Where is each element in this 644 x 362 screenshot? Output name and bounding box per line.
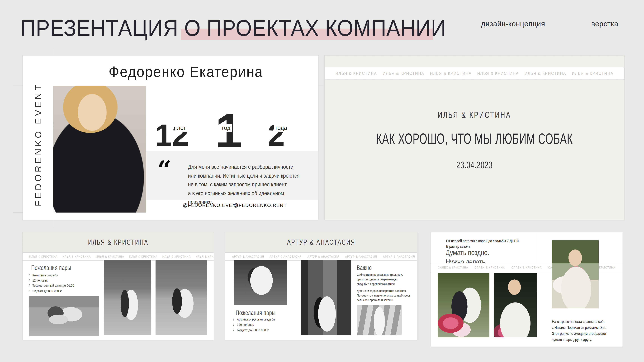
strip-name: АРТУР & АНАСТАСИЯ bbox=[232, 255, 264, 258]
slide-artur-title: АРТУР & АНАСТАСИЯ bbox=[287, 231, 356, 254]
artur-name-strip: АРТУР & АНАСТАСИЯАРТУР & АНАСТАСИЯАРТУР … bbox=[225, 252, 417, 261]
stat-unit-years-floristics: лет bbox=[175, 124, 188, 132]
wishes-list: / Камерная свадьба / 12 человек / Торжес… bbox=[29, 274, 80, 293]
strip-name: ИЛЬЯ & КРИСТИНА bbox=[383, 71, 424, 76]
wish-text: 120 человек bbox=[237, 323, 254, 327]
strip-name: САЛЕХ & КРИСТИНА bbox=[475, 266, 505, 269]
bride-river-photo bbox=[552, 240, 599, 309]
strip-name: ИЛЬЯ & КРИСТИНА bbox=[62, 255, 91, 258]
page-title: ПРЕЗЕНТАЦИЯ О ПРОЕКТАХ КОМПАНИИ bbox=[20, 16, 446, 40]
wishes-title: Пожелания пары bbox=[31, 264, 71, 271]
couple-name: ИЛЬЯ & КРИСТИНА bbox=[324, 110, 624, 119]
list-item: / Камерная свадьба bbox=[29, 274, 74, 277]
slash-bullet: / bbox=[29, 284, 30, 288]
slide-ilya-card: ИЛЬЯ & КРИСТИНА ИЛЬЯ & КРИСТИНАИЛЬЯ & КР… bbox=[22, 232, 214, 340]
wedding-date: 23.04.2023 bbox=[324, 160, 624, 170]
strip-name: САЛЕХ & КРИСТИНА bbox=[511, 266, 542, 269]
person-name: Федоренко Екатерина bbox=[53, 63, 318, 80]
couple-name-strip: ИЛЬЯ & КРИСТИНАИЛЬЯ & КРИСТИНАИЛЬЯ & КРИ… bbox=[324, 67, 624, 80]
strip-name: ИЛЬЯ & КРИСТИНА bbox=[96, 255, 124, 258]
strip-name: АРТУР & АНАСТАСИЯ bbox=[383, 255, 415, 258]
strip-name: ИЛЬЯ & КРИСТИНА bbox=[29, 255, 58, 258]
slash-bullet: / bbox=[29, 274, 30, 277]
slide-ilya-title: ИЛЬЯ & КРИСТИНА bbox=[88, 231, 148, 254]
strip-name: САЛЕХ & КРИСТИНА bbox=[438, 266, 468, 269]
list-item: / 120 человек bbox=[233, 323, 275, 327]
stat-unit-year-organization: год bbox=[220, 124, 232, 132]
important-text-2: Для Сочи задача невероятно сложная. Пото… bbox=[357, 289, 410, 303]
skateboard-photo bbox=[29, 296, 99, 337]
slide-artur-card: АРТУР & АНАСТАСИЯ АРТУР & АНАСТАСИЯАРТУР… bbox=[225, 232, 417, 340]
slide-profile-card: FEDORENKO EVENT Федоренко Екатерина 12 л… bbox=[22, 55, 318, 220]
slide-ilya-header: ИЛЬЯ & КРИСТИНА bbox=[23, 232, 214, 252]
instagram-handle-event[interactable]: @FEDORENKO.EVENT bbox=[183, 203, 239, 208]
slash-bullet: / bbox=[233, 318, 234, 321]
slide-saleh-card: От первой встречи с парой до свадьбы 7 Д… bbox=[430, 232, 623, 347]
list-item: / Бюджет до 800 000 ₽ bbox=[29, 289, 74, 293]
nav-design-concept[interactable]: дизайн-концепция bbox=[481, 20, 545, 28]
ilya-name-strip: ИЛЬЯ & КРИСТИНАИЛЬЯ & КРИСТИНАИЛЬЯ & КРИ… bbox=[23, 252, 214, 261]
important-text-1: Соблюсти национальные традиции, при этом… bbox=[357, 273, 403, 286]
wish-text: Бюджет до 3 000 000 ₽ bbox=[237, 328, 268, 332]
slash-bullet: / bbox=[233, 323, 234, 327]
portrait-photo bbox=[53, 86, 146, 213]
strip-name: ИЛЬЯ & КРИСТИНА bbox=[572, 71, 614, 76]
divider-vertical bbox=[537, 232, 537, 263]
couple-name-text: ИЛЬЯ & КРИСТИНА bbox=[438, 110, 511, 120]
stat-unit-years-furniture: года bbox=[274, 124, 289, 132]
note-text: На встрече невеста сравнила себя с Натал… bbox=[552, 319, 606, 343]
couple-flowers-photo bbox=[438, 273, 490, 337]
strip-name: ИЛЬЯ & КРИСТИНА bbox=[524, 71, 566, 76]
strip-name: ИЛЬЯ & КРИСТИНА bbox=[336, 71, 377, 76]
wishes-list: / Армянско- русская свадьба / 120 челове… bbox=[233, 318, 280, 332]
crosswalk-photo bbox=[357, 305, 402, 335]
slide-cover-card: ИЛЬЯ & КРИСТИНАИЛЬЯ & КРИСТИНАИЛЬЯ & КРИ… bbox=[324, 55, 624, 220]
list-item: / Бюджет до 3 000 000 ₽ bbox=[233, 328, 275, 332]
strip-name: ИЛЬЯ & КРИСТИНА bbox=[430, 71, 472, 76]
strip-name: АРТУР & АНАСТАСИЯ bbox=[345, 255, 377, 258]
wish-text: Камерная свадьба bbox=[32, 274, 58, 277]
list-item: / Торжественный ужин до 20:00 bbox=[29, 284, 74, 288]
list-item: / Армянско- русская свадьба bbox=[233, 318, 275, 321]
wish-text: Торжественный ужин до 20:00 bbox=[32, 284, 74, 288]
strip-name: ИЛЬЯ & КРИСТИНА bbox=[162, 255, 191, 258]
wish-text: Бюджет до 800 000 ₽ bbox=[32, 289, 62, 293]
slash-bullet: / bbox=[29, 279, 30, 282]
instagram-handle-rent[interactable]: @FEDORENKO.RENT bbox=[234, 203, 287, 208]
wedding-date-text: 23.04.2023 bbox=[456, 159, 492, 170]
slash-bullet: / bbox=[29, 289, 30, 293]
quote-mark-icon: “ bbox=[158, 157, 171, 181]
slide-artur-header: АРТУР & АНАСТАСИЯ bbox=[225, 232, 417, 252]
strip-name: ИЛЬЯ & КРИСТИНА bbox=[196, 255, 214, 258]
quote-text: Для меня все начинается с разбора личнос… bbox=[188, 162, 303, 206]
wish-text: 12 человек bbox=[32, 279, 48, 282]
wish-text: Армянско- русская свадьба bbox=[237, 318, 275, 321]
couple-kissing-photo bbox=[156, 260, 207, 335]
strip-name: АРТУР & АНАСТАСИЯ bbox=[308, 255, 340, 258]
strip-name: АРТУР & АНАСТАСИЯ bbox=[270, 255, 302, 258]
bride-bouquet-photo bbox=[494, 273, 537, 337]
strip-name: ИЛЬЯ & КРИСТИНА bbox=[477, 71, 519, 76]
list-item: / 12 человек bbox=[29, 279, 74, 282]
nav-layout[interactable]: верстка bbox=[591, 20, 618, 28]
cover-title: КАК ХОРОШО, ЧТО МЫ ЛЮБИМ СОБАК bbox=[324, 131, 624, 147]
garden-couple-photo bbox=[234, 260, 287, 305]
slash-bullet: / bbox=[233, 328, 234, 332]
couple-walking-photo bbox=[104, 260, 151, 335]
intro-line-1: От первой встречи с парой до свадьбы 7 Д… bbox=[446, 239, 520, 243]
strip-name: ИЛЬЯ & КРИСТИНА bbox=[129, 255, 158, 258]
brand-vertical-label: FEDORENKO EVENT bbox=[23, 86, 53, 203]
brand-vertical-text: FEDORENKO EVENT bbox=[33, 83, 43, 206]
quote-block: “ Для меня все начинается с разбора личн… bbox=[146, 151, 318, 200]
city-couple-photo bbox=[301, 260, 351, 335]
important-title: Важно bbox=[357, 264, 372, 271]
cover-title-text: КАК ХОРОШО, ЧТО МЫ ЛЮБИМ СОБАК bbox=[376, 130, 573, 147]
wishes-title: Пожелания пары bbox=[236, 309, 276, 317]
